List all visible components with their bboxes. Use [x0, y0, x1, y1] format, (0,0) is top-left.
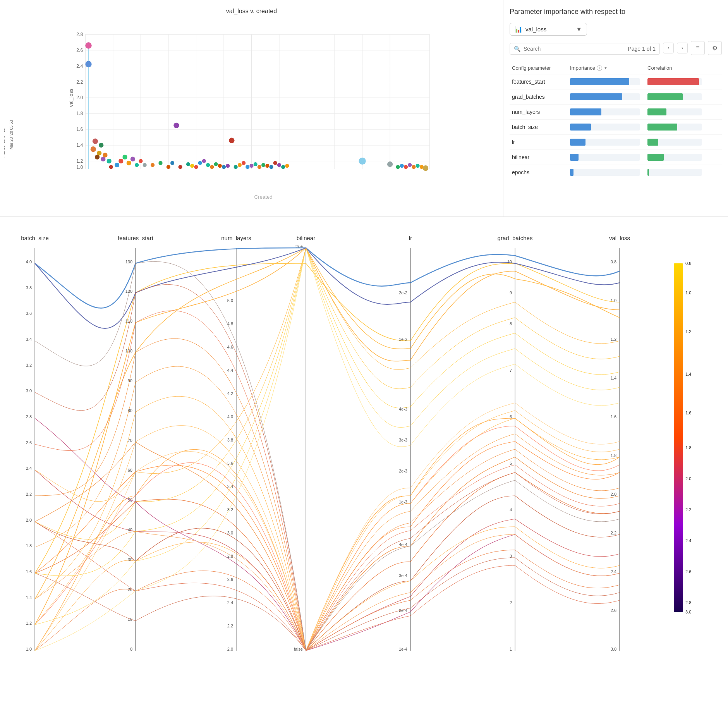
svg-text:1.2: 1.2 — [26, 621, 32, 625]
svg-text:1.0: 1.0 — [26, 647, 32, 651]
param-name: grad_batches — [510, 89, 568, 105]
svg-point-98 — [396, 165, 400, 169]
importance-cell — [568, 120, 645, 135]
correlation-bar-container — [647, 154, 702, 161]
svg-text:1.4: 1.4 — [76, 143, 83, 148]
x-axis-label: Created — [254, 194, 273, 200]
scatter-panel: val_loss v. created val_loss — [0, 0, 503, 216]
svg-point-67 — [167, 165, 170, 169]
search-input[interactable] — [524, 46, 625, 52]
svg-text:2.6: 2.6 — [611, 608, 616, 613]
search-bar: 🔍 Page 1 of 1 — [510, 43, 660, 55]
svg-point-70 — [186, 162, 190, 166]
svg-point-56 — [115, 163, 119, 167]
importance-bar-container — [570, 108, 640, 115]
svg-point-105 — [423, 165, 428, 171]
svg-text:2: 2 — [510, 600, 512, 605]
y-axis-label: val_loss — [68, 88, 74, 107]
svg-point-103 — [416, 164, 420, 168]
svg-point-65 — [151, 163, 155, 167]
svg-point-47 — [91, 146, 96, 152]
svg-point-48 — [93, 139, 98, 144]
table-row: num_layers — [510, 105, 722, 120]
importance-bar-container — [570, 139, 640, 146]
importance-bar-container — [570, 169, 640, 176]
settings-button[interactable]: ⚙ — [708, 41, 722, 55]
axis-label-features-start: features_start — [118, 235, 154, 241]
correlation-bar-container — [647, 139, 702, 146]
svg-text:2.4: 2.4 — [26, 466, 32, 471]
svg-text:5.0: 5.0 — [227, 298, 233, 303]
col-correlation: Correlation — [645, 62, 722, 74]
svg-text:2.8: 2.8 — [26, 414, 32, 419]
svg-text:0.8: 0.8 — [611, 259, 616, 264]
svg-text:2.2: 2.2 — [227, 624, 233, 628]
svg-text:1.4: 1.4 — [685, 372, 691, 376]
svg-text:1.6: 1.6 — [611, 414, 616, 419]
svg-point-45 — [85, 42, 91, 48]
scatter-title: val_loss v. created — [4, 8, 499, 15]
svg-text:2.0: 2.0 — [611, 492, 616, 497]
svg-point-95 — [285, 164, 289, 168]
svg-text:false: false — [294, 647, 303, 651]
svg-text:2.4: 2.4 — [685, 538, 691, 543]
svg-text:2.0: 2.0 — [26, 518, 32, 522]
table-row: features_start — [510, 74, 722, 89]
svg-text:4.0: 4.0 — [26, 259, 32, 264]
svg-text:1: 1 — [510, 647, 512, 651]
svg-point-96 — [359, 158, 366, 165]
param-table: Config parameter Importance i ▼ Correlat… — [510, 62, 722, 180]
svg-text:3.0: 3.0 — [26, 388, 32, 393]
svg-text:2.2: 2.2 — [76, 79, 83, 85]
axis-label-batch-size: batch_size — [21, 235, 49, 241]
importance-bar — [570, 93, 622, 100]
svg-text:2e-3: 2e-3 — [399, 469, 407, 473]
svg-point-101 — [408, 163, 412, 167]
table-row: epochs — [510, 165, 722, 180]
svg-point-61 — [135, 163, 139, 167]
svg-text:2.4: 2.4 — [227, 600, 233, 605]
correlation-bar-container — [647, 78, 702, 85]
menu-button[interactable]: ≡ — [691, 41, 705, 55]
svg-point-91 — [269, 165, 273, 169]
correlation-bar — [647, 139, 658, 146]
correlation-bar — [647, 124, 677, 131]
svg-text:10: 10 — [128, 617, 132, 622]
correlation-cell — [645, 74, 722, 89]
svg-text:1.0: 1.0 — [76, 165, 83, 170]
svg-text:1.4: 1.4 — [611, 376, 616, 380]
svg-text:2.4: 2.4 — [76, 64, 83, 69]
param-name: lr — [510, 135, 568, 150]
svg-text:3e-3: 3e-3 — [399, 438, 407, 442]
svg-text:3.6: 3.6 — [26, 311, 32, 316]
sort-icon[interactable]: ▼ — [604, 66, 608, 70]
metric-selector[interactable]: 📊 val_loss ▼ — [510, 23, 587, 36]
svg-point-79 — [222, 165, 226, 169]
prev-page-button[interactable]: ‹ — [663, 43, 674, 53]
importance-panel: Parameter importance with respect to 📊 v… — [503, 0, 728, 216]
svg-point-87 — [254, 162, 258, 166]
svg-text:100: 100 — [125, 349, 132, 353]
metric-label: val_loss — [525, 26, 573, 33]
svg-point-46 — [85, 61, 91, 67]
svg-point-62 — [139, 159, 143, 163]
svg-point-84 — [242, 161, 246, 165]
bar-chart-icon: 📊 — [515, 26, 522, 33]
parallel-coords-svg: batch_size features_start num_layers bil… — [4, 225, 724, 689]
axis-label-val-loss: val_loss — [609, 235, 630, 241]
search-row: 🔍 Page 1 of 1 ‹ › ≡ ⚙ — [510, 40, 722, 57]
svg-text:2.2: 2.2 — [685, 507, 691, 512]
svg-point-63 — [143, 163, 147, 167]
next-page-button[interactable]: › — [677, 43, 688, 53]
importance-bar — [570, 78, 629, 85]
colorbar — [674, 263, 683, 612]
importance-bar-container — [570, 154, 640, 161]
svg-text:4.6: 4.6 — [227, 345, 233, 349]
svg-point-90 — [265, 164, 269, 168]
correlation-bar — [647, 108, 666, 115]
svg-point-93 — [277, 163, 281, 167]
svg-text:2.6: 2.6 — [76, 48, 83, 53]
svg-text:1.8: 1.8 — [76, 111, 83, 116]
parallel-coords-panel: batch_size features_start num_layers bil… — [0, 217, 728, 701]
svg-text:1.2: 1.2 — [685, 329, 691, 334]
